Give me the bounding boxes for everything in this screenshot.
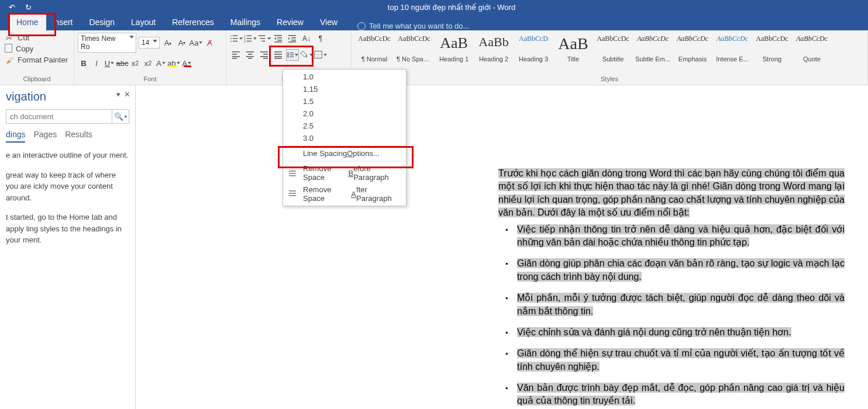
sort-button[interactable]: A↓	[300, 33, 313, 44]
line-spacing-menu: 1.0 1.15 1.5 2.0 2.5 3.0 Line Spacing Op…	[283, 69, 407, 206]
nav-help-text: e an interactive outline of your ment. g…	[6, 150, 129, 246]
text-effects-button[interactable]: A	[155, 57, 167, 69]
cut-button[interactable]: ✂Cut	[4, 33, 70, 43]
chevron-down-icon	[199, 41, 202, 44]
copy-button[interactable]: Copy	[4, 44, 70, 54]
chevron-down-icon	[129, 36, 134, 39]
tab-mailings[interactable]: Mailings	[222, 14, 268, 30]
svg-rect-19	[288, 35, 296, 36]
clipboard-group-label: Clipboard	[4, 75, 70, 84]
italic-button[interactable]: I	[91, 57, 102, 69]
align-left-button[interactable]	[230, 49, 243, 61]
style-item[interactable]: AaBbCcDcSubtle Em...	[633, 33, 672, 65]
search-button[interactable]: 🔍▾	[112, 110, 129, 123]
document-canvas[interactable]: Trước khi học cách giãn dòng trong Word …	[136, 85, 868, 409]
style-item[interactable]: AaBbCcDcStrong	[753, 33, 791, 65]
format-painter-button[interactable]: 🖌Format Painter	[4, 55, 70, 65]
style-label: Subtitle	[595, 56, 631, 63]
chevron-down-icon	[239, 37, 243, 40]
tab-view[interactable]: View	[312, 14, 346, 30]
show-hide-button[interactable]: ¶	[314, 33, 327, 44]
svg-rect-3	[233, 38, 237, 39]
grow-font-button[interactable]: A▴	[162, 37, 174, 48]
tab-home[interactable]: Home	[8, 13, 46, 30]
menu-separator	[283, 145, 406, 146]
shading-icon	[300, 50, 309, 60]
shading-button[interactable]	[300, 49, 313, 61]
tab-review[interactable]: Review	[268, 14, 312, 30]
style-item[interactable]: AaBbCcDcEmphasis	[673, 33, 712, 65]
increase-indent-button[interactable]	[286, 33, 299, 44]
subscript-button[interactable]: x2	[129, 57, 141, 69]
spacing-3-0[interactable]: 3.0	[283, 132, 406, 144]
style-item[interactable]: AaBbCcDHeading 3	[514, 33, 553, 65]
style-label: Title	[556, 56, 591, 63]
strike-button[interactable]: abc	[116, 57, 128, 69]
remove-space-after[interactable]: Remove Space After Paragraph	[283, 183, 406, 204]
superscript-button[interactable]: x2	[142, 57, 154, 69]
align-right-button[interactable]	[258, 49, 271, 61]
spacing-2-5[interactable]: 2.5	[283, 120, 406, 132]
style-item[interactable]: AaBbHeading 2	[474, 33, 513, 65]
borders-button[interactable]	[314, 49, 327, 61]
font-color-button[interactable]: A	[181, 57, 192, 69]
nav-tab-pages[interactable]: Pages	[33, 130, 57, 143]
multilevel-button[interactable]	[258, 33, 271, 44]
clear-format-button[interactable]: A̸	[204, 37, 216, 48]
bullets-button[interactable]	[230, 33, 243, 44]
tab-design[interactable]: Design	[81, 14, 123, 30]
style-preview: AaBbCcDc	[398, 34, 430, 43]
underline-button[interactable]: U	[104, 57, 115, 69]
font-name-value: Times New Ro	[81, 34, 116, 51]
align-center-button[interactable]	[244, 49, 257, 61]
spacing-1-15[interactable]: 1.15	[283, 83, 406, 95]
tab-references[interactable]: References	[164, 14, 222, 30]
line-spacing-options[interactable]: Line Spacing Options...	[283, 147, 406, 160]
font-size-combo[interactable]: 14	[139, 37, 160, 48]
font-name-combo[interactable]: Times New Ro	[78, 33, 136, 53]
style-preview: AaBbCcDc	[677, 34, 708, 43]
spacing-1-5[interactable]: 1.5	[283, 95, 406, 108]
svg-rect-24	[232, 54, 237, 55]
navigation-pane: ▾ ✕ vigation 🔍▾ dings Pages Results e an…	[0, 85, 136, 409]
close-icon[interactable]: ✕	[124, 90, 130, 99]
bold-button[interactable]: B	[78, 57, 89, 69]
chevron-down-icon[interactable]: ▾	[116, 90, 120, 99]
shrink-font-button[interactable]: A▾	[176, 37, 188, 48]
remove-space-before[interactable]: Remove Space Before Paragraph	[283, 162, 406, 183]
style-item[interactable]: AaBbCcDcSubtitle	[594, 33, 632, 65]
style-label: Heading 3	[516, 56, 551, 63]
svg-rect-48	[289, 175, 296, 176]
borders-icon	[314, 50, 323, 60]
style-item[interactable]: AaBbCcDc¶ Normal	[355, 33, 394, 65]
style-item[interactable]: AaBHeading 1	[435, 33, 473, 65]
spacing-2-0[interactable]: 2.0	[283, 108, 406, 120]
undo-icon[interactable]: ↶	[5, 1, 19, 13]
copy-label: Copy	[16, 44, 33, 53]
nav-tab-headings[interactable]: dings	[6, 130, 25, 143]
style-preview: AaBbCcDc	[756, 34, 788, 43]
nav-help-3: t started, go to the Home tab and apply …	[6, 212, 129, 246]
svg-rect-42	[290, 56, 294, 57]
style-preview: AaBbCcDc	[358, 34, 390, 43]
change-case-button[interactable]: Aa	[190, 37, 202, 48]
bullet-text: Giãn dòng thể hiện sự trau chuốt và tỉ m…	[517, 348, 845, 371]
style-item[interactable]: AaBbCcDc¶ No Spac...	[395, 33, 433, 65]
style-item[interactable]: AaBTitle	[554, 33, 593, 65]
tell-me-search[interactable]: Tell me what you want to do...	[357, 22, 469, 30]
decrease-indent-button[interactable]	[272, 33, 285, 44]
redo-icon[interactable]: ↻	[21, 1, 35, 13]
spacing-1-0[interactable]: 1.0	[283, 71, 406, 83]
workspace: ▾ ✕ vigation 🔍▾ dings Pages Results e an…	[0, 85, 868, 409]
line-spacing-button[interactable]	[286, 49, 299, 61]
remove-after-icon	[288, 189, 297, 199]
nav-tab-results[interactable]: Results	[65, 130, 92, 143]
tab-layout[interactable]: Layout	[123, 14, 164, 30]
style-item[interactable]: AaBbCcDcIntense E...	[713, 33, 752, 65]
numbering-button[interactable]: 123	[244, 33, 257, 44]
tab-insert[interactable]: nsert	[46, 14, 81, 30]
highlight-button[interactable]: ab	[168, 57, 180, 69]
style-item[interactable]: AaBbCcDcQuote	[793, 33, 831, 65]
justify-button[interactable]	[272, 49, 285, 61]
nav-search-input[interactable]	[6, 110, 112, 123]
